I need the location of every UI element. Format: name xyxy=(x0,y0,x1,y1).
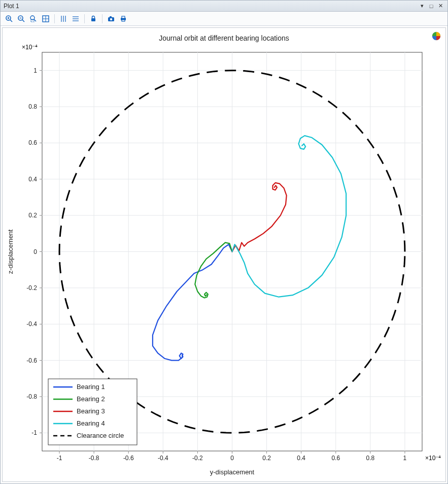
svg-text:y-displacement: y-displacement xyxy=(210,468,255,476)
zoom-extents-button[interactable] xyxy=(40,13,51,24)
svg-text:0.6: 0.6 xyxy=(28,139,37,146)
print-button[interactable] xyxy=(118,13,129,24)
zoom-box-icon xyxy=(29,15,38,23)
svg-text:-0.8: -0.8 xyxy=(89,455,99,462)
toolbar-separator xyxy=(84,14,85,23)
lock-icon xyxy=(89,15,97,23)
svg-text:-1: -1 xyxy=(31,429,37,436)
svg-text:Bearing 3: Bearing 3 xyxy=(77,407,105,415)
svg-text:0: 0 xyxy=(33,248,37,255)
grid-y-icon xyxy=(72,15,80,23)
svg-rect-25 xyxy=(122,20,125,21)
chart-title: Journal orbit at different bearing locat… xyxy=(3,28,445,42)
zoom-extents-icon xyxy=(42,15,50,23)
svg-rect-21 xyxy=(110,16,112,18)
svg-text:Bearing 4: Bearing 4 xyxy=(77,420,105,427)
svg-text:0.4: 0.4 xyxy=(297,455,305,462)
plot-svg[interactable]: -1-0.8-0.6-0.4-0.200.20.40.60.81-1-0.8-0… xyxy=(3,42,446,481)
svg-text:z-displacement: z-displacement xyxy=(7,229,14,274)
camera-icon xyxy=(107,15,115,23)
svg-text:-0.4: -0.4 xyxy=(26,320,37,328)
svg-text:0.2: 0.2 xyxy=(28,212,37,219)
svg-text:0.4: 0.4 xyxy=(28,176,37,183)
svg-text:-0.8: -0.8 xyxy=(26,393,37,400)
svg-text:1: 1 xyxy=(33,67,37,74)
svg-rect-24 xyxy=(122,16,125,18)
toolbar xyxy=(1,12,447,26)
svg-line-1 xyxy=(10,20,12,22)
close-button[interactable]: ✕ xyxy=(436,2,444,10)
lock-button[interactable] xyxy=(88,13,99,24)
svg-text:Bearing 1: Bearing 1 xyxy=(77,383,105,391)
svg-point-22 xyxy=(110,18,112,20)
svg-text:-0.2: -0.2 xyxy=(192,455,203,462)
svg-text:0.6: 0.6 xyxy=(331,455,340,462)
minimize-button[interactable]: ▾ xyxy=(418,2,426,10)
svg-text:-0.4: -0.4 xyxy=(158,455,168,462)
grid-y-button[interactable] xyxy=(70,13,81,24)
svg-text:0.2: 0.2 xyxy=(262,455,271,462)
zoom-out-icon xyxy=(17,15,25,23)
svg-text:0.8: 0.8 xyxy=(28,103,37,110)
window-title: Plot 1 xyxy=(4,3,417,10)
titlebar: Plot 1 ▾ □ ✕ xyxy=(1,1,447,12)
svg-rect-19 xyxy=(91,18,95,21)
zoom-out-button[interactable] xyxy=(16,13,27,24)
print-icon xyxy=(119,15,127,23)
svg-text:Bearing 2: Bearing 2 xyxy=(77,395,105,403)
svg-text:Clearance circle: Clearance circle xyxy=(77,432,124,439)
zoom-in-button[interactable] xyxy=(4,13,15,24)
svg-text:×10⁻⁴: ×10⁻⁴ xyxy=(22,44,38,51)
svg-line-5 xyxy=(22,20,24,22)
svg-text:0.8: 0.8 xyxy=(366,455,375,462)
plot-window: Plot 1 ▾ □ ✕ xyxy=(0,0,448,484)
svg-text:0: 0 xyxy=(230,455,234,462)
svg-text:-0.6: -0.6 xyxy=(123,455,134,462)
svg-text:-0.6: -0.6 xyxy=(26,357,37,364)
svg-text:1: 1 xyxy=(403,455,407,462)
toolbar-separator xyxy=(54,14,55,23)
svg-text:×10⁻⁴: ×10⁻⁴ xyxy=(425,455,441,462)
comsol-logo-icon xyxy=(431,31,441,41)
svg-text:-0.2: -0.2 xyxy=(26,284,37,292)
snapshot-button[interactable] xyxy=(106,13,117,24)
plot-area: Journal orbit at different bearing locat… xyxy=(2,27,446,482)
maximize-button[interactable]: □ xyxy=(427,2,435,10)
grid-x-icon xyxy=(59,15,67,23)
grid-x-button[interactable] xyxy=(58,13,69,24)
toolbar-separator xyxy=(102,14,102,23)
zoom-in-icon xyxy=(5,15,13,23)
zoom-box-button[interactable] xyxy=(28,13,39,24)
svg-text:-1: -1 xyxy=(57,455,62,462)
